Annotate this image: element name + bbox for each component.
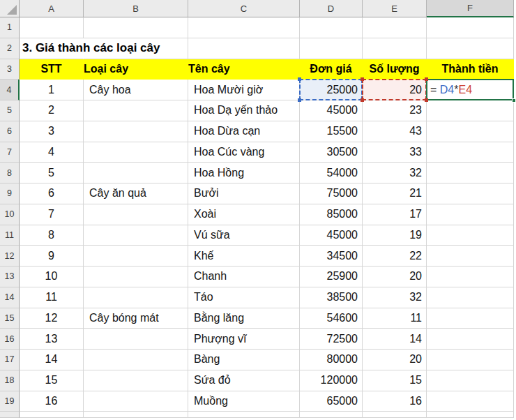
row-header[interactable] bbox=[0, 412, 20, 418]
cell[interactable]: Khế bbox=[188, 246, 300, 267]
row-header-selected[interactable]: 4 bbox=[0, 80, 20, 100]
row-header[interactable]: 1 bbox=[0, 17, 20, 38]
cell[interactable]: 6 bbox=[20, 183, 84, 204]
cell[interactable] bbox=[84, 121, 188, 142]
cell[interactable] bbox=[427, 391, 514, 412]
cell[interactable]: Bàng bbox=[188, 350, 300, 370]
cell[interactable] bbox=[84, 246, 188, 267]
cell[interactable]: 17 bbox=[363, 204, 427, 225]
cell[interactable] bbox=[427, 370, 514, 391]
cell[interactable]: 4 bbox=[20, 142, 84, 163]
cell[interactable]: Táo bbox=[188, 287, 300, 308]
cell[interactable]: Cây hoa bbox=[84, 80, 188, 100]
row-header[interactable]: 14 bbox=[0, 287, 20, 308]
cell[interactable] bbox=[363, 412, 427, 418]
cell[interactable] bbox=[84, 17, 188, 38]
cell[interactable]: 15 bbox=[363, 370, 427, 391]
cell[interactable]: Bằng lăng bbox=[188, 308, 300, 329]
row-header[interactable]: 13 bbox=[0, 267, 20, 287]
cell[interactable]: 2 bbox=[20, 100, 84, 121]
cell[interactable]: 120000 bbox=[300, 370, 363, 391]
cell[interactable] bbox=[188, 17, 300, 38]
header-so-luong[interactable]: Số lượng bbox=[363, 59, 427, 80]
cell[interactable] bbox=[427, 350, 514, 370]
cell[interactable]: 30500 bbox=[300, 142, 363, 163]
cell[interactable]: 1 bbox=[20, 80, 84, 100]
cell[interactable]: 20 bbox=[363, 350, 427, 370]
cell[interactable]: Cây ăn quả bbox=[84, 183, 188, 204]
cell[interactable]: Hoa Hồng bbox=[188, 163, 300, 183]
column-header-c[interactable]: C bbox=[188, 0, 300, 17]
cell[interactable]: 54600 bbox=[300, 308, 363, 329]
cell[interactable]: 75000 bbox=[300, 183, 363, 204]
cell[interactable]: 14 bbox=[363, 329, 427, 350]
cell[interactable]: 32 bbox=[363, 163, 427, 183]
cell[interactable]: Vú sữa bbox=[188, 225, 300, 246]
cell[interactable]: 19 bbox=[363, 225, 427, 246]
cell[interactable] bbox=[427, 412, 514, 418]
cell-d4-formula-ref[interactable]: 25000 bbox=[300, 80, 363, 100]
column-header-a[interactable]: A bbox=[20, 0, 84, 17]
cell[interactable] bbox=[84, 142, 188, 163]
cell[interactable] bbox=[84, 370, 188, 391]
cell[interactable]: Hoa Mười giờ bbox=[188, 80, 300, 100]
cell[interactable]: Hoa Cúc vàng bbox=[188, 142, 300, 163]
row-header[interactable]: 16 bbox=[0, 329, 20, 350]
cell[interactable]: 45000 bbox=[300, 225, 363, 246]
cell[interactable]: 72500 bbox=[300, 329, 363, 350]
column-header-b[interactable]: B bbox=[84, 0, 188, 17]
cell[interactable]: 10 bbox=[20, 267, 84, 287]
row-header[interactable]: 12 bbox=[0, 246, 20, 267]
cell[interactable]: 23 bbox=[363, 100, 427, 121]
cell[interactable] bbox=[363, 38, 427, 59]
row-header[interactable]: 17 bbox=[0, 350, 20, 370]
cell[interactable] bbox=[427, 329, 514, 350]
select-all-corner[interactable] bbox=[0, 0, 20, 17]
cell[interactable]: 16 bbox=[20, 391, 84, 412]
cell[interactable] bbox=[427, 287, 514, 308]
column-header-e[interactable]: E bbox=[363, 0, 427, 17]
cell[interactable] bbox=[363, 17, 427, 38]
cell[interactable] bbox=[427, 246, 514, 267]
cell[interactable] bbox=[188, 412, 300, 418]
cell[interactable]: 38500 bbox=[300, 287, 363, 308]
cell[interactable]: Muồng bbox=[188, 391, 300, 412]
cell[interactable]: 7 bbox=[20, 204, 84, 225]
row-header[interactable]: 15 bbox=[0, 308, 20, 329]
header-loai-cay[interactable]: Loại cây bbox=[84, 59, 188, 80]
cell[interactable]: 11 bbox=[363, 308, 427, 329]
cell[interactable]: 32 bbox=[363, 287, 427, 308]
cell[interactable]: Hoa Dạ yến thảo bbox=[188, 100, 300, 121]
cell[interactable] bbox=[84, 329, 188, 350]
cell[interactable]: 3 bbox=[20, 121, 84, 142]
cell[interactable]: 12 bbox=[20, 308, 84, 329]
row-header[interactable]: 9 bbox=[0, 183, 20, 204]
cell[interactable] bbox=[84, 412, 188, 418]
cell[interactable]: Chanh bbox=[188, 267, 300, 287]
cell[interactable] bbox=[84, 100, 188, 121]
cell[interactable]: Sứa đỏ bbox=[188, 370, 300, 391]
cell[interactable] bbox=[84, 204, 188, 225]
cell[interactable]: 22 bbox=[363, 246, 427, 267]
cell[interactable] bbox=[20, 17, 84, 38]
cell[interactable]: 20 bbox=[363, 267, 427, 287]
cell-e4-formula-ref[interactable]: 20 bbox=[363, 80, 427, 100]
cell[interactable] bbox=[84, 287, 188, 308]
cell[interactable] bbox=[427, 100, 514, 121]
cell-f4-formula-input[interactable]: = D4*E4 bbox=[427, 80, 514, 100]
cell[interactable]: Hoa Dừa cạn bbox=[188, 121, 300, 142]
cell[interactable]: 13 bbox=[20, 329, 84, 350]
cell[interactable]: 16 bbox=[363, 391, 427, 412]
cell[interactable]: 25900 bbox=[300, 267, 363, 287]
cell[interactable] bbox=[427, 38, 514, 59]
cell[interactable]: 14 bbox=[20, 350, 84, 370]
column-header-f-selected[interactable]: F bbox=[427, 0, 514, 17]
cell[interactable] bbox=[427, 183, 514, 204]
row-header[interactable]: 6 bbox=[0, 121, 20, 142]
cell[interactable]: 45000 bbox=[300, 100, 363, 121]
row-header[interactable]: 7 bbox=[0, 142, 20, 163]
cell[interactable]: Cây bóng mát bbox=[84, 308, 188, 329]
cell[interactable] bbox=[84, 391, 188, 412]
header-ten-cay[interactable]: Tên cây bbox=[188, 59, 300, 80]
row-header[interactable]: 19 bbox=[0, 391, 20, 412]
